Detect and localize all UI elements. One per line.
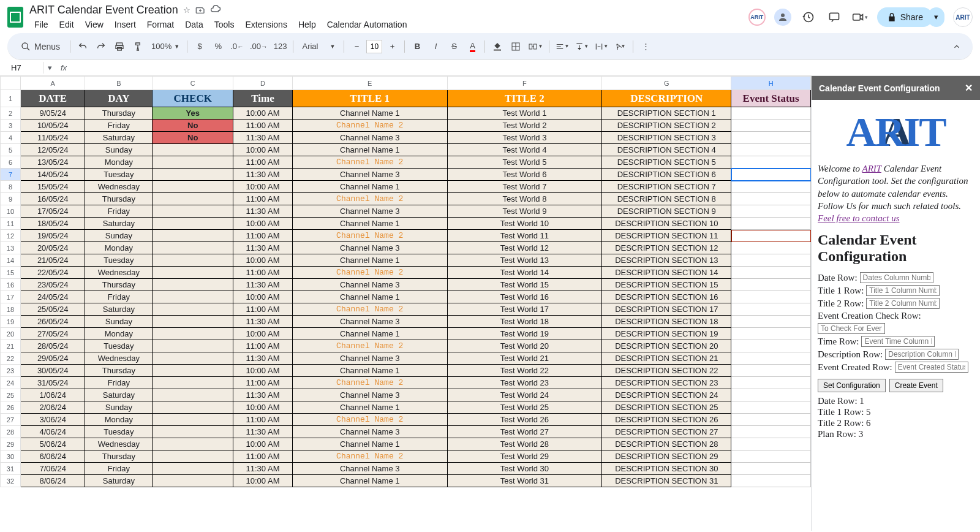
cell-C19[interactable] — [153, 316, 233, 328]
row-num-28[interactable]: 28 — [1, 426, 21, 438]
cell-H27[interactable] — [731, 414, 811, 426]
cell-F12[interactable]: Test World 11 — [447, 230, 602, 242]
menu-insert[interactable]: Insert — [110, 18, 141, 31]
cell-E16[interactable]: Channel Name 3 — [292, 279, 447, 291]
cell-D6[interactable]: 11:00 AM — [233, 156, 293, 169]
row-num-31[interactable]: 31 — [1, 463, 21, 475]
cell-E32[interactable]: Channel Name 1 — [292, 475, 447, 487]
cell-E25[interactable]: Channel Name 3 — [292, 389, 447, 401]
cell-E14[interactable]: Channel Name 1 — [292, 254, 447, 267]
cell-B16[interactable]: Thursday — [85, 279, 153, 291]
formula-input[interactable] — [72, 63, 973, 72]
cell-B6[interactable]: Monday — [85, 156, 153, 169]
cell-A18[interactable]: 25/05/24 — [20, 303, 85, 316]
cell-A7[interactable]: 14/05/24 — [20, 169, 85, 181]
cell-C16[interactable] — [153, 279, 233, 291]
bold-button[interactable]: B — [409, 38, 426, 55]
cell-B32[interactable]: Saturday — [85, 475, 153, 487]
row-num-29[interactable]: 29 — [1, 438, 21, 450]
cell-E24[interactable]: Channel Name 2 — [292, 377, 447, 389]
cell-F13[interactable]: Test World 12 — [447, 242, 602, 254]
cell-G10[interactable]: DESCRIPTION SECTION 9 — [602, 205, 731, 218]
cell-B13[interactable]: Monday — [85, 242, 153, 254]
cell-C21[interactable] — [153, 340, 233, 352]
cell-F24[interactable]: Test World 23 — [447, 377, 602, 389]
create-event-button[interactable]: Create Event — [889, 379, 943, 392]
cell-E3[interactable]: Channel Name 2 — [292, 120, 447, 132]
cell-A12[interactable]: 19/05/24 — [20, 230, 85, 242]
cell-D28[interactable]: 11:30 AM — [233, 426, 293, 438]
cell-D15[interactable]: 11:00 AM — [233, 267, 293, 279]
cell-H31[interactable] — [731, 463, 811, 475]
cell-A5[interactable]: 12/05/24 — [20, 144, 85, 156]
row-num-16[interactable]: 16 — [1, 279, 21, 291]
cell-G31[interactable]: DESCRIPTION SECTION 30 — [602, 463, 731, 475]
cell-G21[interactable]: DESCRIPTION SECTION 20 — [602, 340, 731, 352]
cell-A15[interactable]: 22/05/24 — [20, 267, 85, 279]
cell-H12[interactable] — [731, 230, 811, 242]
cell-A23[interactable]: 30/05/24 — [20, 365, 85, 377]
cell-B8[interactable]: Wednesday — [85, 181, 153, 193]
doc-title[interactable]: ARIT Calendar Event Creation — [29, 4, 178, 17]
cell-A10[interactable]: 17/05/24 — [20, 205, 85, 218]
cell-D20[interactable]: 10:00 AM — [233, 328, 293, 340]
cell-F18[interactable]: Test World 17 — [447, 303, 602, 316]
cell-E27[interactable]: Channel Name 2 — [292, 414, 447, 426]
cell-D13[interactable]: 11:30 AM — [233, 242, 293, 254]
cell-H16[interactable] — [731, 279, 811, 291]
header-b[interactable]: DAY — [85, 90, 153, 107]
cell-C2[interactable]: Yes — [153, 107, 233, 120]
cell-A32[interactable]: 8/06/24 — [20, 475, 85, 487]
row-num-25[interactable]: 25 — [1, 389, 21, 401]
cell-F27[interactable]: Test World 26 — [447, 414, 602, 426]
cell-B18[interactable]: Saturday — [85, 303, 153, 316]
cell-F28[interactable]: Test World 27 — [447, 426, 602, 438]
cell-H17[interactable] — [731, 291, 811, 303]
cell-G11[interactable]: DESCRIPTION SECTION 10 — [602, 218, 731, 230]
cell-F30[interactable]: Test World 29 — [447, 450, 602, 463]
row-num-17[interactable]: 17 — [1, 291, 21, 303]
cell-D31[interactable]: 11:30 AM — [233, 463, 293, 475]
zoom-select[interactable]: 100% ▼ — [148, 38, 183, 55]
cell-G20[interactable]: DESCRIPTION SECTION 19 — [602, 328, 731, 340]
cell-F10[interactable]: Test World 9 — [447, 205, 602, 218]
cell-H19[interactable] — [731, 316, 811, 328]
cell-E18[interactable]: Channel Name 2 — [292, 303, 447, 316]
cell-H9[interactable] — [731, 193, 811, 205]
row-num-24[interactable]: 24 — [1, 377, 21, 389]
cell-F15[interactable]: Test World 14 — [447, 267, 602, 279]
cell-G27[interactable]: DESCRIPTION SECTION 26 — [602, 414, 731, 426]
cell-A22[interactable]: 29/05/24 — [20, 352, 85, 365]
cell-ref-dropdown[interactable]: ▾ — [44, 63, 56, 72]
header-g[interactable]: DESCRIPTION — [602, 90, 731, 107]
cell-C18[interactable] — [153, 303, 233, 316]
cell-B11[interactable]: Saturday — [85, 218, 153, 230]
check-row-input[interactable] — [818, 323, 885, 334]
cell-C9[interactable] — [153, 193, 233, 205]
row-num-5[interactable]: 5 — [1, 144, 21, 156]
meet-icon[interactable]: ▾ — [851, 9, 869, 26]
rotate-button[interactable]: A▼ — [612, 38, 629, 55]
cell-E20[interactable]: Channel Name 1 — [292, 328, 447, 340]
cell-A16[interactable]: 23/05/24 — [20, 279, 85, 291]
cell-E29[interactable]: Channel Name 1 — [292, 438, 447, 450]
header-c[interactable]: CHECK — [153, 90, 233, 107]
date-row-input[interactable] — [860, 272, 933, 283]
cell-A6[interactable]: 13/05/24 — [20, 156, 85, 169]
cell-C8[interactable] — [153, 181, 233, 193]
col-header-E[interactable]: E — [292, 77, 447, 90]
cell-H25[interactable] — [731, 389, 811, 401]
cell-F8[interactable]: Test World 7 — [447, 181, 602, 193]
cell-E9[interactable]: Channel Name 2 — [292, 193, 447, 205]
header-e[interactable]: TITLE 1 — [292, 90, 447, 107]
fill-color-button[interactable] — [489, 38, 506, 55]
menu-tools[interactable]: Tools — [209, 18, 239, 31]
cell-H18[interactable] — [731, 303, 811, 316]
cell-E5[interactable]: Channel Name 1 — [292, 144, 447, 156]
currency-button[interactable]: $ — [191, 38, 208, 55]
cell-G14[interactable]: DESCRIPTION SECTION 13 — [602, 254, 731, 267]
col-header-G[interactable]: G — [602, 77, 731, 90]
cell-G6[interactable]: DESCRIPTION SECTION 5 — [602, 156, 731, 169]
text-color-button[interactable]: A — [464, 38, 481, 55]
cell-E10[interactable]: Channel Name 3 — [292, 205, 447, 218]
